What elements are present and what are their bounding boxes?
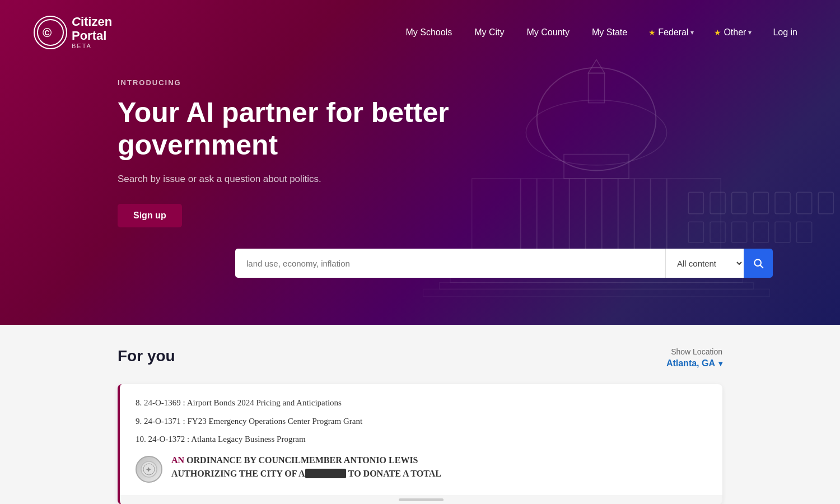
for-you-title: For you <box>118 347 175 365</box>
hero-subtitle: Search by issue or ask a question about … <box>118 174 840 185</box>
lower-section: For you Show Location Atlanta, GA ▾ 8. 2… <box>0 325 840 504</box>
nav-my-city[interactable]: My City <box>465 23 513 42</box>
truncated-bar <box>399 498 444 501</box>
svg-text:✦: ✦ <box>146 466 151 474</box>
federal-chevron-icon: ▾ <box>690 29 694 36</box>
nav-other-label: Other <box>724 27 746 38</box>
doc-line-9: 9. 24-O-1371 : FY23 Emergency Operations… <box>136 415 707 428</box>
svg-rect-32 <box>423 289 770 297</box>
doc-truncated-indicator <box>120 495 722 505</box>
content-filter-select[interactable]: All content Bills Meetings Officials Vot… <box>665 249 744 278</box>
doc-line-10: 10. 24-O-1372 : Atlanta Legacy Business … <box>136 433 707 446</box>
logo[interactable]: © CitizenPortal BETA <box>34 15 112 49</box>
location-selector[interactable]: Show Location Atlanta, GA ▾ <box>666 347 722 368</box>
search-icon <box>753 258 764 269</box>
svg-line-36 <box>760 265 763 268</box>
doc-content-area: 8. 24-O-1369 : Airport Bonds 2024 Pricin… <box>120 384 722 495</box>
logo-name: CitizenPortal <box>72 15 112 42</box>
search-input[interactable] <box>235 249 665 278</box>
doc-ordinance-block: ✦ AN ORDINANCE BY COUNCILMEMBER ANTONIO … <box>136 454 707 483</box>
nav-federal-dropdown[interactable]: ★ Federal ▾ <box>641 23 702 42</box>
nav-federal-label: Federal <box>658 27 688 38</box>
federal-star-icon: ★ <box>648 28 656 37</box>
doc-an-highlight: AN <box>171 455 184 465</box>
nav-login[interactable]: Log in <box>764 23 806 42</box>
nav-my-county[interactable]: My County <box>518 23 578 42</box>
location-value-dropdown[interactable]: Atlanta, GA ▾ <box>666 358 722 368</box>
doc-ordinance-body: AUTHORIZING THE CITY OF ATLANTA TO DONAT… <box>171 467 441 480</box>
lower-header: For you Show Location Atlanta, GA ▾ <box>118 347 722 368</box>
logo-text-area: CitizenPortal BETA <box>72 15 112 49</box>
seal-svg: ✦ <box>140 460 158 478</box>
logo-circle: © <box>34 16 67 49</box>
nav-my-schools[interactable]: My Schools <box>397 23 461 42</box>
show-location-label: Show Location <box>666 347 722 356</box>
hero-title: Your AI partner for better government <box>118 97 510 161</box>
doc-line-8: 8. 24-O-1369 : Airport Bonds 2024 Pricin… <box>136 396 707 409</box>
logo-beta: BETA <box>72 43 112 49</box>
doc-ordinance-text-block: AN ORDINANCE BY COUNCILMEMBER ANTONIO LE… <box>171 454 441 480</box>
hero-section: © CitizenPortal BETA My Schools My City … <box>0 0 840 325</box>
other-chevron-icon: ▾ <box>748 29 752 36</box>
main-nav: My Schools My City My County My State ★ … <box>397 23 807 42</box>
location-chevron-icon: ▾ <box>718 359 722 368</box>
signup-button[interactable]: Sign up <box>118 204 182 227</box>
svg-rect-31 <box>440 283 754 290</box>
svg-text:©: © <box>43 26 52 40</box>
search-bar: All content Bills Meetings Officials Vot… <box>235 249 773 278</box>
doc-preview-card: 8. 24-O-1369 : Airport Bonds 2024 Pricin… <box>118 384 722 504</box>
nav-my-state[interactable]: My State <box>583 23 636 42</box>
hero-introducing-label: INTRODUCING <box>118 78 840 87</box>
doc-seal-icon: ✦ <box>136 456 162 483</box>
doc-ordinance-title: AN ORDINANCE BY COUNCILMEMBER ANTONIO LE… <box>171 454 441 467</box>
search-button[interactable] <box>744 249 773 278</box>
header: © CitizenPortal BETA My Schools My City … <box>0 0 840 64</box>
doc-ordinance-rest: ORDINANCE BY COUNCILMEMBER ANTONIO LEWIS <box>186 455 418 465</box>
other-star-icon: ★ <box>714 28 721 37</box>
location-city-state: Atlanta, GA <box>666 358 715 368</box>
nav-other-dropdown[interactable]: ★ Other ▾ <box>706 23 759 42</box>
